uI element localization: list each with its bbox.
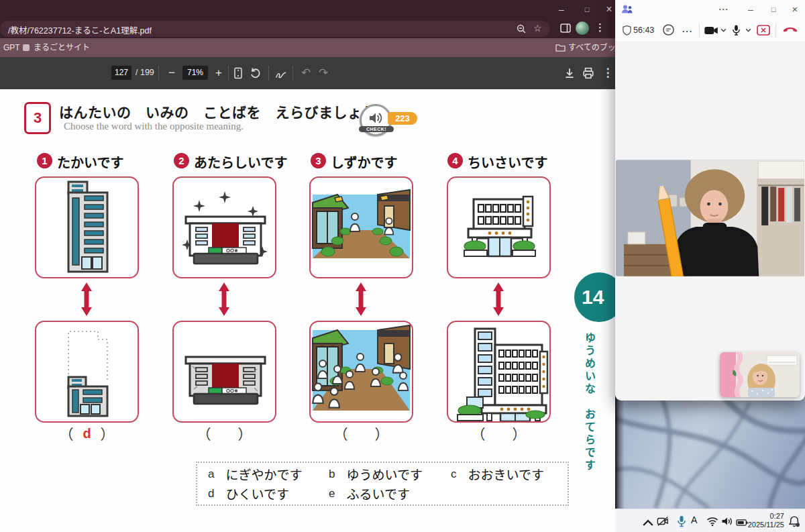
item-1-word: たかいです xyxy=(57,152,123,172)
self-view-video[interactable] xyxy=(720,352,800,397)
chat-icon[interactable] xyxy=(662,23,675,36)
zoom-out-button[interactable]: − xyxy=(165,66,178,80)
browser-menu-kebab-icon[interactable]: ⋮ xyxy=(595,21,605,34)
opposite-arrow-icon xyxy=(217,282,231,317)
zoom-level-input[interactable]: 71% xyxy=(182,66,208,80)
teams-close-button[interactable]: × xyxy=(786,0,804,19)
security-shield-icon xyxy=(622,25,632,36)
annotate-pen-icon[interactable] xyxy=(275,69,287,81)
tray-overflow-chevron-icon[interactable] xyxy=(642,517,654,529)
option-b: bゆうめいです xyxy=(329,464,451,484)
address-field[interactable]: /教材/762237712-まるこ-とA1理解.pdf ☆ xyxy=(0,21,550,37)
browser-maximize-button[interactable]: □ xyxy=(577,0,597,19)
old-store-illustration xyxy=(174,322,275,421)
lesson-number-badge: 14 xyxy=(574,272,615,322)
rotate-icon[interactable] xyxy=(250,67,262,79)
mic-tray-icon[interactable] xyxy=(676,515,688,527)
profile-avatar[interactable] xyxy=(576,21,589,35)
tall-building-illustration xyxy=(36,178,138,277)
notifications-bell-icon[interactable] xyxy=(788,515,800,527)
audio-track-badge: 223 xyxy=(388,112,417,125)
quiet-street-illustration xyxy=(311,178,412,277)
all-bookmarks-label[interactable]: すべてのブックマーク xyxy=(568,38,615,57)
browser-close-button[interactable]: × xyxy=(599,0,615,19)
picture-short-building xyxy=(35,321,139,423)
picture-old-store xyxy=(172,321,276,423)
camera-chevron-icon[interactable] xyxy=(720,28,727,32)
redo-button[interactable]: ↷ xyxy=(317,66,330,80)
options-box: aにぎやかです bゆうめいです cおおきいです dひくいです eふるいです xyxy=(196,462,569,506)
exercise-title-en: Choose the word with the opposite meanin… xyxy=(64,121,244,132)
answer-slot-4: （ ） xyxy=(447,423,551,443)
option-d: dひくいです xyxy=(208,484,329,503)
teams-call-controls: 56:43 ··· xyxy=(615,19,805,42)
windows-taskbar: A 0:27 2025/11/25 xyxy=(615,509,805,532)
fit-page-icon[interactable] xyxy=(232,67,244,79)
answer-letter: d xyxy=(83,426,92,441)
wifi-icon[interactable] xyxy=(706,515,718,527)
browser-minimize-button[interactable]: – xyxy=(551,0,572,19)
browser-titlebar: – □ × xyxy=(0,0,615,19)
item-3-number: 3 xyxy=(311,153,326,168)
teams-minimize-button[interactable]: – xyxy=(741,0,760,19)
clock-time: 0:27 xyxy=(747,512,784,521)
teams-call-window: ··· – □ × 56:43 ··· xyxy=(615,0,805,401)
mic-chevron-icon[interactable] xyxy=(745,28,751,32)
browser-address-bar: /教材/762237712-まるこ-とA1理解.pdf ☆ ⋮ xyxy=(0,19,615,38)
audio-check-icon: CHECK! xyxy=(360,104,392,136)
side-panel-icon[interactable] xyxy=(560,23,571,34)
zoom-magnifier-icon[interactable] xyxy=(517,24,527,34)
undo-button[interactable]: ↶ xyxy=(299,66,313,80)
teams-window-menu[interactable]: ··· xyxy=(714,0,733,19)
page-number-input[interactable]: 127 xyxy=(111,66,131,80)
item-2-number: 2 xyxy=(174,153,189,168)
item-4-word: ちいさいです xyxy=(468,152,547,172)
mic-icon[interactable] xyxy=(732,24,741,36)
download-icon[interactable] xyxy=(564,67,576,79)
bookmark-item-gpt[interactable]: GPT xyxy=(3,38,20,57)
short-building-illustration xyxy=(36,322,138,421)
screen: – □ × /教材/762237712-まるこ-とA1理解.pdf ☆ ⋮ GP… xyxy=(0,0,805,532)
answer-slot-1: （ d ） xyxy=(35,423,139,443)
print-icon[interactable] xyxy=(582,67,594,79)
busy-street-illustration xyxy=(311,322,412,421)
exercise-title-jp: はんたいの いみの ことばを えらびましょう。 xyxy=(59,101,390,121)
bookmark-item-marugoto[interactable]: まるごとサイト xyxy=(34,38,90,57)
check-label: CHECK! xyxy=(359,126,394,132)
picture-busy-street xyxy=(309,321,413,423)
teams-maximize-button[interactable]: □ xyxy=(764,0,783,19)
camera-off-tray-icon[interactable] xyxy=(657,515,669,527)
taskbar-clock[interactable]: 0:27 2025/11/25 xyxy=(747,512,784,529)
folder-icon xyxy=(555,44,566,52)
item-1-number: 1 xyxy=(37,153,52,168)
picture-small-building xyxy=(447,176,551,278)
picture-quiet-street xyxy=(309,176,413,278)
answer-slot-3: （ ） xyxy=(309,423,413,443)
new-store-illustration xyxy=(174,178,275,277)
participant-video-frame xyxy=(616,160,804,276)
picture-big-building xyxy=(447,321,551,423)
url-text[interactable]: /教材/762237712-まるこ-とA1理解.pdf xyxy=(8,23,152,36)
pdf-menu-kebab-icon[interactable]: ⋮ xyxy=(601,66,614,80)
hang-up-icon[interactable] xyxy=(782,26,798,34)
pdf-toolbar: 127 / 199 − 71% + ↶ ↷ xyxy=(0,57,615,89)
volume-icon[interactable] xyxy=(721,515,733,527)
clock-date: 2025/11/25 xyxy=(747,521,784,529)
bookmark-star-icon[interactable]: ☆ xyxy=(533,23,542,34)
more-actions-icon[interactable]: ··· xyxy=(682,26,693,36)
zoom-in-button[interactable]: + xyxy=(212,66,225,80)
page-count-label: / 199 xyxy=(136,66,154,80)
teams-titlebar: ··· – □ × xyxy=(615,0,805,19)
stop-share-icon[interactable] xyxy=(757,25,770,36)
bookmark-favicon xyxy=(23,44,30,51)
participant-video xyxy=(616,160,804,276)
camera-icon[interactable] xyxy=(704,26,718,35)
pdf-page: 3 はんたいの いみの ことばを えらびましょう。 Choose the wor… xyxy=(0,89,615,532)
answer-slot-2: （ ） xyxy=(172,423,276,443)
option-a: aにぎやかです xyxy=(208,464,329,484)
ime-mode-indicator[interactable]: A xyxy=(691,515,697,525)
speaker-icon xyxy=(368,111,384,125)
browser-window: – □ × /教材/762237712-まるこ-とA1理解.pdf ☆ ⋮ GP… xyxy=(0,0,615,532)
opposite-arrow-icon xyxy=(354,282,368,317)
picture-new-store xyxy=(172,176,276,278)
